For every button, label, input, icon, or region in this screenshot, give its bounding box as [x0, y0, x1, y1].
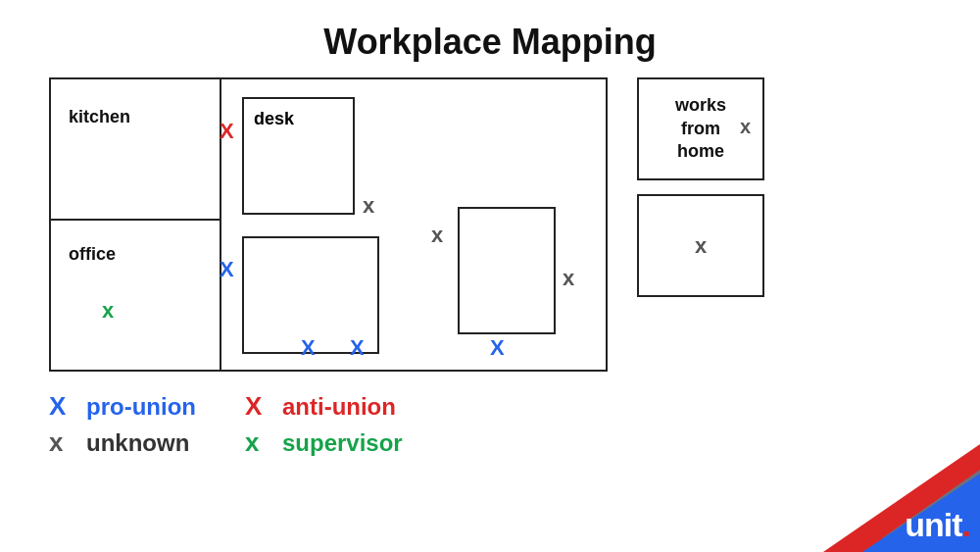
- legend-unknown: x unknown: [49, 427, 196, 458]
- marker-anti-union-1: X: [220, 121, 234, 142]
- marker-wfh: x: [740, 117, 751, 136]
- legend-supervisor-label: supervisor: [282, 429, 403, 457]
- desk-box: desk: [242, 97, 355, 215]
- floorplan: kitchen office desk X x X x x x X X X: [49, 77, 608, 372]
- legend-blue-x: X: [49, 391, 76, 422]
- corner-logo: unit.: [823, 444, 980, 552]
- marker-pro-union-4: X: [490, 337, 505, 359]
- legend-green-x: x: [245, 427, 272, 458]
- marker-second-box: x: [695, 235, 707, 257]
- marker-unknown-2: x: [431, 225, 443, 246]
- legend-pro-union-label: pro-union: [86, 393, 196, 421]
- legend-anti-union: X anti-union: [245, 391, 403, 422]
- room-office: office: [69, 244, 116, 265]
- legend-col-1: X pro-union x unknown: [49, 391, 196, 458]
- legend-gray-x: x: [49, 427, 76, 458]
- marker-unknown-3: x: [563, 268, 574, 289]
- works-from-home-box: worksfromhome x: [637, 77, 764, 180]
- medium-table-box: [458, 207, 556, 334]
- main-content: kitchen office desk X x X x x x X X X: [0, 68, 980, 381]
- marker-pro-union-2: X: [301, 337, 316, 359]
- right-boxes: worksfromhome x x: [637, 77, 764, 372]
- legend-red-x: X: [245, 391, 272, 422]
- desk-label: desk: [254, 109, 294, 129]
- unit-dot: .: [962, 506, 970, 543]
- page-title: Workplace Mapping: [0, 0, 980, 63]
- legend-pro-union: X pro-union: [49, 391, 196, 422]
- second-side-box: x: [637, 194, 764, 297]
- room-kitchen: kitchen: [69, 107, 130, 127]
- works-from-home-label: worksfromhome: [667, 86, 734, 171]
- legend-anti-union-label: anti-union: [282, 393, 396, 421]
- marker-supervisor-1: x: [102, 300, 114, 322]
- legend-supervisor: x supervisor: [245, 427, 403, 458]
- legend-unknown-label: unknown: [86, 429, 189, 457]
- marker-pro-union-3: X: [350, 337, 365, 359]
- marker-pro-union-1: X: [220, 259, 234, 280]
- horizontal-divider: [51, 219, 221, 221]
- marker-unknown-1: x: [363, 195, 374, 217]
- legend-col-2: X anti-union x supervisor: [245, 391, 403, 458]
- unit-logo-text: unit.: [905, 506, 970, 544]
